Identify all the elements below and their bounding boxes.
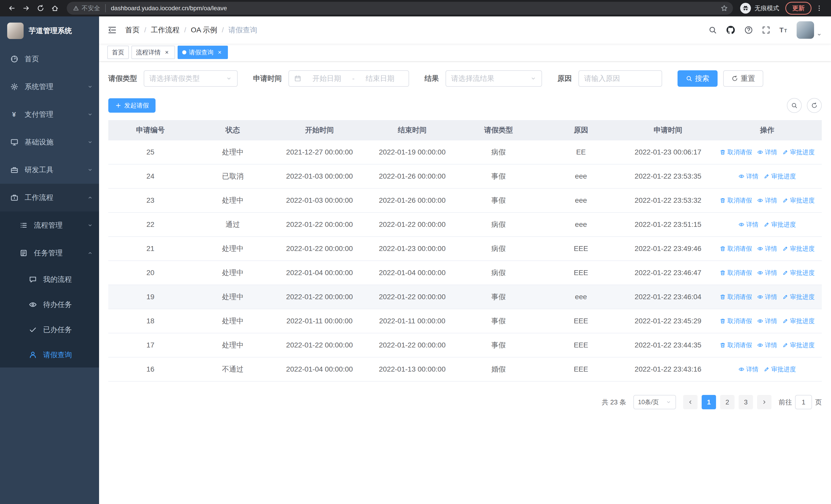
sidebar-item-process-management[interactable]: 流程管理 [0,211,99,239]
approval-progress-link[interactable]: 审批进度 [764,365,796,374]
sidebar-toggle-button[interactable] [107,25,117,35]
goto-page-input[interactable] [795,395,812,409]
chevron-up-icon [87,250,93,256]
breadcrumb-item-home[interactable]: 首页 [125,25,140,35]
eye-icon [738,173,745,179]
leave-type-select[interactable]: 请选择请假类型 [144,70,238,87]
tab-process-detail[interactable]: 流程详情× [132,46,175,59]
page-button-2[interactable]: 2 [720,395,735,409]
address-bar[interactable]: 不安全 dashboard.yudao.iocoder.cn/bpm/oa/le… [67,2,733,14]
approval-progress-link[interactable]: 审批进度 [782,148,814,156]
edit-icon [782,197,789,204]
browser-forward-button[interactable] [20,2,33,15]
user-menu[interactable] [797,21,822,39]
browser-menu-button[interactable] [812,2,826,15]
start-date-placeholder: 开始日期 [303,73,350,83]
browser-back-button[interactable] [5,2,19,15]
help-icon[interactable] [744,26,753,34]
detail-link[interactable]: 详情 [738,220,758,229]
cancel-leave-link[interactable]: 取消请假 [720,341,752,349]
cell-status: 处理中 [193,309,273,333]
cancel-leave-link[interactable]: 取消请假 [720,196,752,205]
detail-link[interactable]: 详情 [757,244,777,253]
sidebar-item-workflow[interactable]: 工作流程 [0,184,99,211]
approval-progress-link[interactable]: 审批进度 [782,196,814,205]
sidebar-item-home[interactable]: 首页 [0,45,99,73]
cancel-leave-link[interactable]: 取消请假 [720,148,752,156]
next-page-button[interactable] [757,395,771,409]
edit-icon [782,342,789,348]
sidebar-item-infrastructure[interactable]: 基础设施 [0,128,99,156]
result-select[interactable]: 请选择流结果 [446,70,542,87]
detail-link[interactable]: 详情 [757,196,777,205]
cell-id: 23 [108,188,193,212]
sidebar-item-todo-tasks[interactable]: 待办任务 [0,292,99,317]
approval-progress-link[interactable]: 审批进度 [782,317,814,325]
page-button-3[interactable]: 3 [739,395,753,409]
sidebar-item-task-management[interactable]: 任务管理 [0,239,99,267]
browser-home-button[interactable] [48,2,62,15]
prev-page-button[interactable] [683,395,697,409]
cancel-leave-link[interactable]: 取消请假 [720,317,752,325]
tab-close-icon[interactable]: × [216,49,223,56]
header-search-icon[interactable] [708,26,717,34]
refresh-table-button[interactable] [807,98,822,113]
fullscreen-icon[interactable] [762,26,770,34]
approval-progress-link[interactable]: 审批进度 [782,269,814,277]
toolbar-right-icons [787,98,822,113]
breadcrumb-item-workflow[interactable]: 工作流程 [151,25,180,35]
detail-link[interactable]: 详情 [757,269,777,277]
toggle-search-button[interactable] [787,98,802,113]
font-size-icon[interactable]: TT [779,26,788,34]
cell-end: 2022-01-22 00:00:00 [366,333,459,357]
tab-home[interactable]: 首页 [107,46,129,59]
reason-input[interactable] [578,70,662,87]
browser-update-button[interactable]: 更新 [785,2,811,14]
result-label: 结果 [425,73,439,83]
apply-time-range-picker[interactable]: 开始日期 - 结束日期 [288,70,409,87]
eye-icon [738,221,745,228]
tab-leave-query[interactable]: 请假查询× [178,46,228,59]
approval-progress-link[interactable]: 审批进度 [764,220,796,229]
cell-id: 18 [108,309,193,333]
detail-link[interactable]: 详情 [738,365,758,374]
sidebar-item-system[interactable]: 系统管理 [0,73,99,100]
approval-progress-link[interactable]: 审批进度 [782,293,814,301]
tab-close-icon[interactable]: × [163,49,170,56]
sidebar-item-leave-query[interactable]: 请假查询 [0,342,99,367]
detail-link[interactable]: 详情 [757,341,777,349]
bookmark-star-icon[interactable] [718,2,730,14]
detail-link[interactable]: 详情 [738,172,758,180]
page-button-1[interactable]: 1 [701,395,716,409]
cancel-leave-link[interactable]: 取消请假 [720,269,752,277]
column-header: 申请时间 [623,120,713,140]
approval-progress-link[interactable]: 审批进度 [782,244,814,253]
reset-button[interactable]: 重置 [723,70,763,87]
detail-link[interactable]: 详情 [757,293,777,301]
sidebar-item-payment[interactable]: ¥支付管理 [0,100,99,128]
cell-actions: 取消请假详情审批进度 [713,285,822,309]
page-size-select[interactable]: 10条/页 [633,395,676,409]
logo[interactable]: 芋道管理系统 [0,17,99,45]
breadcrumb-item-oa-example[interactable]: OA 示例 [191,25,218,35]
approval-progress-link[interactable]: 审批进度 [782,341,814,349]
sidebar-item-my-process[interactable]: 我的流程 [0,267,99,292]
sidebar-item-done-tasks[interactable]: 已办任务 [0,317,99,342]
browser-refresh-button[interactable] [34,2,47,15]
cell-applied: 2022-01-23 00:06:17 [623,140,713,164]
detail-link[interactable]: 详情 [757,148,777,156]
cell-type: 病假 [459,212,539,237]
eye-icon [757,318,763,324]
sidebar: 芋道管理系统 首页系统管理¥支付管理基础设施研发工具工作流程流程管理任务管理我的… [0,17,99,504]
cancel-leave-link[interactable]: 取消请假 [720,293,752,301]
cancel-leave-link[interactable]: 取消请假 [720,244,752,253]
url-text[interactable]: dashboard.yudao.iocoder.cn/bpm/oa/leave [111,5,718,12]
search-button[interactable]: 搜索 [678,70,718,87]
security-chip[interactable]: 不安全 [73,4,106,12]
create-leave-button[interactable]: 发起请假 [108,98,155,113]
github-icon[interactable] [726,25,736,35]
approval-progress-link[interactable]: 审批进度 [764,172,796,180]
detail-link[interactable]: 详情 [757,317,777,325]
cell-status: 处理中 [193,188,273,212]
sidebar-item-devtools[interactable]: 研发工具 [0,156,99,184]
